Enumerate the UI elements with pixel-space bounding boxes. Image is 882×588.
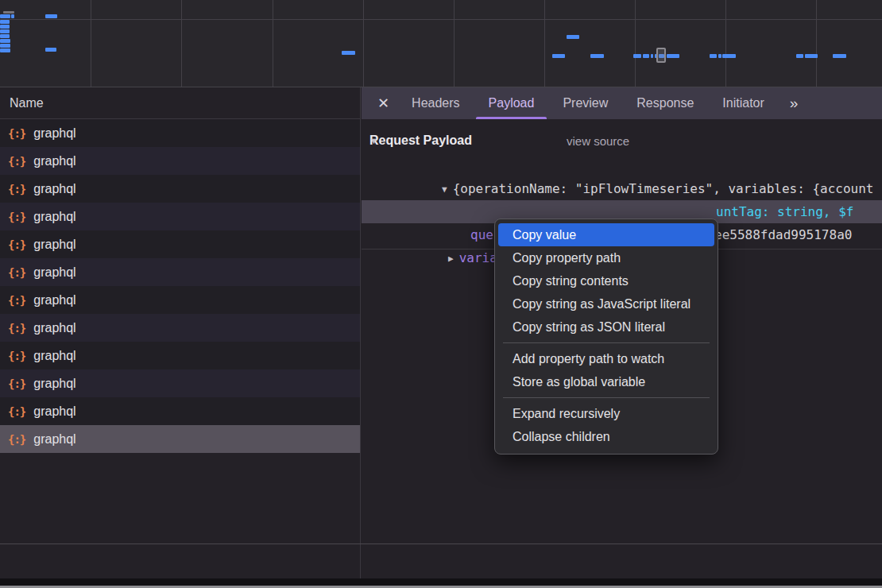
selected-request-marker xyxy=(656,48,666,63)
json-braces-icon: {:} xyxy=(8,350,25,362)
triangle-down-icon[interactable]: ▼ xyxy=(369,136,378,145)
footer-divider xyxy=(0,544,882,544)
request-row[interactable]: {:}graphql xyxy=(0,314,360,342)
tab-initiator[interactable]: Initiator xyxy=(708,87,778,119)
tab-label: Response xyxy=(636,96,694,110)
property-value-right-fragment: ee5588fdad995178a0 xyxy=(714,223,852,246)
overview-vertical-gridline xyxy=(181,0,182,87)
request-timing-bar xyxy=(0,20,10,24)
request-name-label: graphql xyxy=(33,238,75,252)
json-braces-icon: {:} xyxy=(8,405,25,418)
request-list-panel: Name {:}graphql{:}graphql{:}graphql{:}gr… xyxy=(0,87,361,588)
request-name-label: graphql xyxy=(33,432,75,447)
menu-item-collapse-children[interactable]: Collapse children xyxy=(498,425,714,448)
request-timing-bar xyxy=(590,54,604,58)
tab-label: Payload xyxy=(489,96,535,110)
overview-vertical-gridline xyxy=(544,0,545,87)
request-name-label: graphql xyxy=(33,265,75,280)
triangle-right-icon[interactable]: ▶ xyxy=(448,247,454,270)
tab-label: Headers xyxy=(412,96,459,110)
json-braces-icon: {:} xyxy=(8,294,25,307)
menu-item-copy-string-as-json-literal[interactable]: Copy string as JSON literal xyxy=(498,315,714,338)
request-row[interactable]: {:}graphql xyxy=(0,342,360,369)
request-timing-bar xyxy=(796,54,803,58)
request-row[interactable]: {:}graphql xyxy=(0,147,360,175)
request-row[interactable]: {:}graphql xyxy=(0,203,360,230)
context-menu: Copy valueCopy property pathCopy string … xyxy=(494,219,718,455)
overview-vertical-gridline xyxy=(816,0,817,87)
request-timing-bar xyxy=(342,51,355,55)
menu-item-store-as-global-variable[interactable]: Store as global variable xyxy=(498,370,714,393)
request-timing-bar xyxy=(643,54,649,58)
menu-item-copy-string-contents[interactable]: Copy string contents xyxy=(498,269,714,292)
request-row[interactable]: {:}graphql xyxy=(0,119,360,147)
payload-root-row[interactable]: ▼{operationName: "ipFlowTimeseries", var… xyxy=(362,154,882,177)
json-braces-icon: {:} xyxy=(8,433,25,446)
json-braces-icon: {:} xyxy=(8,127,25,140)
json-braces-icon: {:} xyxy=(8,266,25,279)
request-timing-bar xyxy=(0,48,10,52)
request-timing-bar xyxy=(11,14,14,18)
request-name-label: graphql xyxy=(33,404,75,419)
request-timing-bar xyxy=(0,14,10,18)
request-timing-bar xyxy=(651,54,653,58)
request-name-label: graphql xyxy=(33,154,75,168)
tab-label: Preview xyxy=(563,96,608,110)
tab-preview[interactable]: Preview xyxy=(548,87,622,119)
tab-payload[interactable]: Payload xyxy=(474,87,549,119)
request-name-label: graphql xyxy=(33,126,75,141)
name-column-header[interactable]: Name xyxy=(0,87,360,119)
request-timing-bar xyxy=(567,35,579,39)
more-tabs-icon[interactable]: » xyxy=(780,87,808,119)
tab-label: Initiator xyxy=(722,96,764,110)
request-timing-bar xyxy=(805,54,818,58)
json-braces-icon: {:} xyxy=(8,322,25,335)
overview-horizontal-gridline xyxy=(0,19,882,20)
overview-vertical-gridline xyxy=(635,0,636,87)
request-list: {:}graphql{:}graphql{:}graphql{:}graphql… xyxy=(0,119,360,453)
window-bottom-bar xyxy=(0,578,882,586)
view-source-link[interactable]: view source xyxy=(567,134,629,148)
request-row[interactable]: {:}graphql xyxy=(0,230,360,258)
overview-vertical-gridline xyxy=(363,0,364,87)
tab-response[interactable]: Response xyxy=(622,87,708,119)
network-overview-timeline[interactable] xyxy=(0,0,882,87)
request-name-label: graphql xyxy=(33,377,75,391)
request-timing-bar xyxy=(552,54,565,58)
menu-item-copy-value[interactable]: Copy value xyxy=(498,223,714,246)
request-row[interactable]: {:}graphql xyxy=(0,286,360,314)
request-name-label: graphql xyxy=(33,321,75,335)
request-row[interactable]: {:}graphql xyxy=(0,397,360,425)
menu-item-copy-string-as-javascript-literal[interactable]: Copy string as JavaScript literal xyxy=(498,292,714,315)
request-row[interactable]: {:}graphql xyxy=(0,369,360,397)
request-timing-bar xyxy=(833,54,846,58)
section-title: Request Payload xyxy=(363,133,472,148)
request-timing-bar xyxy=(45,48,56,52)
request-row[interactable]: {:}graphql xyxy=(0,258,360,286)
payload-operationname-row[interactable]: operationName: "ipFlowTimeseries" xyxy=(362,177,882,200)
tab-headers[interactable]: Headers xyxy=(397,87,474,119)
devtools-network-panel: Name {:}graphql{:}graphql{:}graphql{:}gr… xyxy=(0,0,882,588)
request-row[interactable]: {:}graphql xyxy=(0,175,360,203)
request-row[interactable]: {:}graphql xyxy=(0,425,360,453)
menu-item-add-property-path-to-watch[interactable]: Add property path to watch xyxy=(498,347,714,370)
request-timing-bar xyxy=(0,29,10,33)
json-braces-icon: {:} xyxy=(8,238,25,251)
json-braces-icon: {:} xyxy=(8,155,25,168)
name-column-label: Name xyxy=(10,96,44,110)
json-braces-icon: {:} xyxy=(8,377,25,390)
close-icon[interactable]: ✕ xyxy=(369,87,397,119)
request-timing-bar xyxy=(667,54,679,58)
menu-item-expand-recursively[interactable]: Expand recursively xyxy=(498,402,714,425)
menu-separator xyxy=(503,342,710,343)
overview-vertical-gridline xyxy=(454,0,455,87)
request-timing-bar xyxy=(722,54,736,58)
request-timing-bar xyxy=(633,54,641,58)
detail-tabs: HeadersPayloadPreviewResponseInitiator xyxy=(397,87,779,119)
request-timing-bar xyxy=(718,54,721,58)
menu-item-copy-property-path[interactable]: Copy property path xyxy=(498,246,714,269)
request-payload-section-header: ▼ Request Payload view source xyxy=(362,127,882,154)
detail-tabbar: ✕ HeadersPayloadPreviewResponseInitiator… xyxy=(362,87,882,119)
request-name-label: graphql xyxy=(33,210,75,224)
request-timing-bar xyxy=(0,44,10,48)
